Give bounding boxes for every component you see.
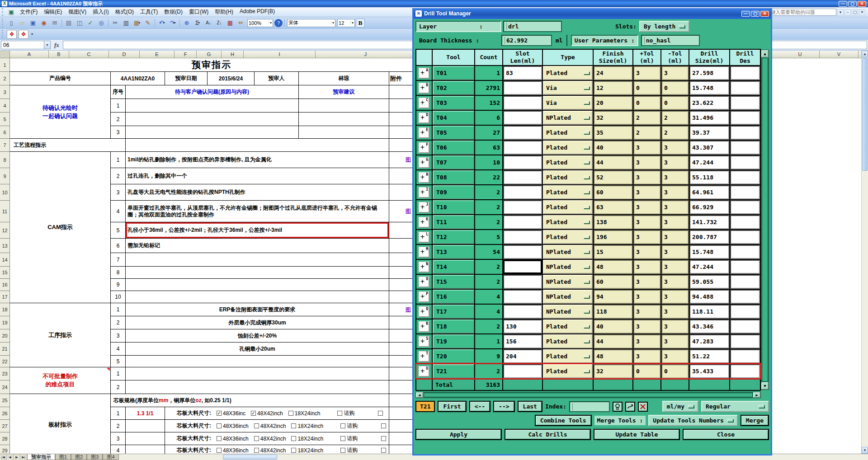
dialog-minimize-button[interactable]: — [741,11,750,17]
row-header[interactable]: 5 [0,113,10,126]
drill-des-input[interactable] [730,126,760,140]
checkbox-icon[interactable] [291,423,296,428]
checkbox-icon[interactable] [340,423,345,428]
finish-size-input[interactable]: 63 [594,200,632,214]
plus-tol-input[interactable]: 0 [633,96,660,110]
sort-desc-icon[interactable]: Z↓ [214,19,224,28]
checkbox-18X24inch[interactable]: 18X24inch [291,436,323,442]
checkbox-48X42inch[interactable]: 48X42inch [254,423,286,429]
checkbox-48X36inch[interactable]: 48X36inch [217,423,249,429]
finish-size-input[interactable]: 52 [594,170,632,184]
type-dropdown[interactable]: Plated [543,141,593,155]
plus-tol-input[interactable]: 3 [633,141,660,155]
tool-button[interactable]: T17 [433,305,474,319]
sheet-cell[interactable]: 2 [111,420,126,432]
email-icon[interactable]: ✉ [50,19,60,28]
checkbox-icon[interactable] [217,423,222,428]
plus-tol-input[interactable]: 3 [633,245,660,259]
drill-size-input[interactable]: 47.244 [689,155,729,169]
drill-des-input[interactable] [730,200,760,214]
tool-button[interactable]: T07 [433,155,474,169]
sheet-cell[interactable]: 2015/6/24 [208,72,255,85]
attachment-link[interactable]: 图 [406,156,411,164]
update-table-button[interactable]: Update Table [594,429,680,440]
sheet-cell[interactable] [126,356,389,367]
row-header[interactable]: 26 [0,407,10,420]
finish-size-input[interactable]: 24 [594,66,632,80]
sheet-cell[interactable]: 3 [111,432,126,445]
row-header[interactable]: 2 [0,72,10,85]
sort-asc-icon[interactable]: A↓ [203,19,213,28]
sheet-vertical-scrollbar[interactable]: ▲ ▼ [861,51,868,454]
drill-symbol-icon[interactable]: +T [419,351,429,362]
checkbox-icon[interactable] [254,436,259,441]
minus-tol-input[interactable]: 3 [661,170,689,184]
slot-len-input[interactable] [503,170,542,184]
minus-tol-input[interactable]: 0 [661,364,689,378]
type-dropdown[interactable]: Plated [543,185,593,199]
sheet-cell[interactable]: 1 [111,407,126,420]
board-thickness-input[interactable]: 62.992 [501,35,552,46]
checkbox-48X36inch[interactable]: 48X36inch [217,447,249,454]
sheet-cell[interactable] [299,126,389,139]
checkbox-icon[interactable] [254,423,259,428]
minus-tol-input[interactable]: 3 [661,155,689,169]
toolbar-grip[interactable] [2,8,4,16]
next-button[interactable]: --> [493,401,514,412]
finish-size-input[interactable]: 48 [594,260,632,274]
new-icon[interactable]: ▯ [6,19,16,28]
sheet-cell[interactable] [389,168,414,184]
type-dropdown[interactable]: NPlated [543,111,593,125]
row-header[interactable]: 24 [0,380,10,394]
sheet-cell[interactable]: 孔径小于36mil，公差按+/-2mil；孔径大于36mil，公差按+/-3mi… [126,222,389,239]
menu-item[interactable]: 编辑(E) [41,7,65,17]
sheet-cell[interactable] [389,85,414,99]
plus-tol-input[interactable]: 3 [633,185,660,199]
sheet-cell[interactable] [126,139,389,152]
sheet-cell[interactable] [389,420,414,432]
row-header[interactable]: 20 [0,329,10,343]
sheet-cell[interactable]: 林琼 [299,72,389,85]
sheet-cell[interactable]: 2 [111,380,126,394]
units-dropdown[interactable]: ml/my [662,401,698,412]
undo-icon[interactable]: ↶▾ [157,19,167,28]
finish-size-input[interactable]: 32 [594,111,632,125]
type-dropdown[interactable]: Plated [543,230,593,244]
type-dropdown[interactable]: Via [543,81,593,95]
drill-des-input[interactable] [730,334,760,348]
finish-size-input[interactable]: 60 [594,275,632,289]
plus-tol-input[interactable]: 3 [633,275,660,289]
sheet-cell[interactable]: 序号 [111,85,126,99]
row-header[interactable]: 6 [0,126,10,139]
finish-size-input[interactable]: 32 [594,364,632,378]
drill-des-input[interactable] [730,215,760,229]
drill-des-input[interactable] [730,155,760,169]
minus-tol-input[interactable]: 2 [661,111,689,125]
minus-tol-input[interactable]: 3 [661,185,689,199]
sheet-cell[interactable]: 图 [389,152,414,168]
sheet-cell[interactable]: 孔盘等大且无电气性能连接的钻孔按NPTH孔制作 [126,184,389,201]
font-size-combo[interactable]: 12▾ [337,19,355,27]
slot-len-input[interactable] [503,141,542,155]
sheet-cell[interactable]: 3 [111,329,126,343]
checkbox-48X36inc[interactable]: ✓48X36inc [217,410,245,417]
drill-size-input[interactable]: 39.37 [689,126,729,140]
maximize-button[interactable]: ▢ [848,1,857,7]
type-dropdown[interactable]: Plated [543,200,593,214]
finish-size-input[interactable]: 196 [594,230,632,244]
sheet-cell[interactable]: 芯板规格(厚度单位mm，铜厚单位oz, 如0.25 1/1) [111,394,389,407]
row-header[interactable]: 3 [0,85,10,99]
finish-size-input[interactable]: 118 [594,305,632,319]
drill-symbol-icon[interactable]: +R [419,321,429,332]
finish-size-input[interactable]: 40 [594,141,632,155]
drill-size-input[interactable]: 200.787 [689,230,729,244]
type-dropdown[interactable]: NPlated [543,275,593,289]
drill-symbol-icon[interactable]: +K [419,217,429,228]
drill-symbol-icon[interactable]: +Q [419,306,429,317]
drill-size-input[interactable]: 43.346 [689,319,729,333]
menu-item[interactable]: 工具(T) [137,7,161,17]
tool-button[interactable]: T19 [433,334,474,348]
plus-tol-input[interactable]: 3 [633,170,660,184]
copy-icon[interactable]: ▥ [121,19,131,28]
slots-dropdown[interactable]: By length [639,21,689,32]
